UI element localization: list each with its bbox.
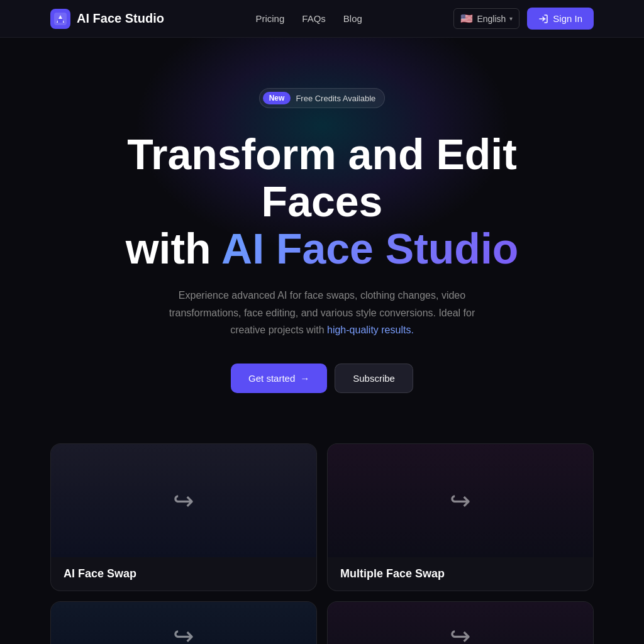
chevron-down-icon: ▾ (509, 15, 513, 22)
card-image-area-2: ↪ (328, 444, 593, 557)
logo-text: AI Face Studio (77, 11, 164, 26)
card-3[interactable]: ↪ (50, 601, 317, 644)
card-multiple-face-swap[interactable]: ↪ Multiple Face Swap (327, 443, 594, 591)
card-label-2: Multiple Face Swap (328, 557, 593, 591)
hero-title-line2-plain: with (126, 225, 221, 272)
multiple-face-swap-icon: ↪ (450, 486, 471, 515)
sign-in-button[interactable]: Sign In (527, 8, 594, 30)
hero-section: New Free Credits Available Transform and… (0, 38, 644, 431)
new-badge: New Free Credits Available (259, 88, 386, 108)
get-started-button[interactable]: Get started → (231, 364, 327, 393)
hero-subtitle: Experience advanced AI for face swaps, c… (158, 287, 486, 338)
card4-icon: ↪ (450, 621, 471, 644)
nav-links: Pricing FAQs Blog (255, 13, 362, 24)
new-tag: New (263, 92, 291, 104)
svg-rect-3 (58, 19, 63, 23)
cards-grid: ↪ AI Face Swap ↪ Multiple Face Swap ↪ ↪ (0, 431, 644, 644)
card-image-area-4: ↪ (328, 602, 593, 644)
hero-buttons: Get started → Subscribe (231, 364, 413, 393)
card3-icon: ↪ (173, 621, 194, 644)
subscribe-button[interactable]: Subscribe (335, 364, 413, 393)
logo-link[interactable]: AI Face Studio (50, 9, 164, 29)
card-label-1: AI Face Swap (51, 557, 316, 591)
navigation: AI Face Studio Pricing FAQs Blog 🇺🇸 Engl… (0, 0, 644, 38)
hero-title-line1: Transform and Edit Faces (127, 130, 517, 225)
language-selector[interactable]: 🇺🇸 English ▾ (453, 8, 519, 29)
language-label: English (477, 14, 506, 24)
flag-icon: 🇺🇸 (460, 13, 473, 25)
sign-in-icon (538, 14, 548, 24)
nav-blog[interactable]: Blog (343, 13, 362, 24)
card-image-area-1: ↪ (51, 444, 316, 557)
card-4[interactable]: ↪ (327, 601, 594, 644)
subtitle-link: high-quality results. (327, 325, 414, 335)
hero-title-highlight: AI Face Studio (221, 225, 518, 272)
hero-title: Transform and Edit Faces with AI Face St… (83, 131, 561, 272)
card-ai-face-swap[interactable]: ↪ AI Face Swap (50, 443, 317, 591)
nav-pricing[interactable]: Pricing (255, 13, 284, 24)
card-image-area-3: ↪ (51, 602, 316, 644)
badge-text: Free Credits Available (296, 94, 375, 103)
logo-icon (50, 9, 70, 29)
arrow-right-icon: → (300, 373, 309, 384)
nav-faqs[interactable]: FAQs (302, 13, 326, 24)
face-swap-icon: ↪ (173, 486, 194, 515)
nav-right: 🇺🇸 English ▾ Sign In (453, 8, 594, 30)
